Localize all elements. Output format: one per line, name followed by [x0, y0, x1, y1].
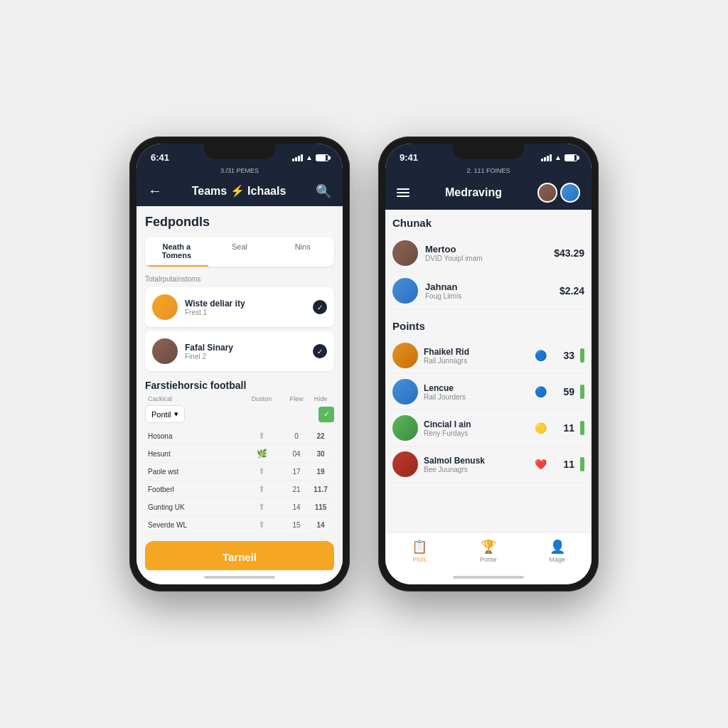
- member-info-2: Fafal Sinary Finel 2: [185, 343, 306, 360]
- subtitle-bar-right: 2. 111 FOINES: [385, 167, 592, 177]
- signal-icon: [292, 154, 303, 161]
- points-sub-0: Rail Junnagrs: [424, 357, 526, 365]
- hamburger-icon[interactable]: [397, 188, 410, 197]
- sort-icon-0[interactable]: ⬆: [240, 431, 283, 441]
- subtitle-bar-left: 3./31 PEMES: [136, 167, 343, 177]
- person-row-0: Mertoo DVID Youipl imam $43.29: [392, 235, 584, 272]
- nav-item-polls[interactable]: 📋 Plols: [412, 539, 427, 563]
- points-row-0: Fhaikel Rid Rail Junnagrs 🔵 33: [392, 338, 584, 374]
- person-sub-0: DVID Youipl imam: [425, 255, 547, 262]
- sort-icon-4[interactable]: ⬆: [240, 502, 283, 512]
- member-name-1: Wiste deliar ity: [185, 299, 306, 309]
- bottom-nav: 📋 Plols 🏆 Ponte 👤 Mage: [385, 532, 592, 570]
- notch-right: [453, 144, 524, 159]
- points-avatar-1: [392, 379, 418, 405]
- polls-label: Plols: [412, 556, 427, 563]
- dropdown-label: Pontil: [151, 410, 171, 419]
- stat-val1-0: 0: [286, 432, 307, 440]
- stat-row-2: Paole wst ⬆ 17 19: [145, 463, 334, 481]
- status-icons-left: ▲: [292, 154, 328, 161]
- sport-icon-1: 🔵: [532, 383, 549, 400]
- person-info-0: Mertoo DVID Youipl imam: [425, 244, 547, 262]
- points-name-0: Fhaikel Rid: [424, 347, 526, 357]
- dropdown-row: Pontil ▾ ✓: [145, 405, 334, 423]
- stat-name-5: Severde WL: [148, 521, 237, 529]
- stat-row-5: Severde WL ⬆ 15 14: [145, 516, 334, 534]
- tab-nins[interactable]: Nins: [271, 237, 334, 267]
- search-icon[interactable]: 🔍: [316, 183, 331, 199]
- nav-item-ponte[interactable]: 🏆 Ponte: [480, 539, 497, 563]
- section1-title: Chunak: [392, 217, 584, 229]
- points-avatar-3: [392, 451, 418, 477]
- sort-icon-3[interactable]: ⬆: [240, 484, 283, 494]
- person-amount-0: $43.29: [554, 247, 584, 259]
- battery-icon-right: [564, 154, 577, 161]
- stat-name-4: Gunting UK: [148, 503, 237, 511]
- nav-header-right: Medraving: [385, 177, 592, 210]
- mage-icon: 👤: [550, 539, 565, 555]
- stat-name-3: Footberl: [148, 486, 237, 493]
- wifi-icon-right: ▲: [555, 154, 562, 161]
- nav-item-mage[interactable]: 👤 Mage: [549, 539, 565, 563]
- stat-val1-2: 17: [286, 468, 307, 476]
- points-avatar-0: [392, 343, 418, 368]
- points-num-1: 59: [555, 386, 574, 397]
- member-card-2: Fafal Sinary Finel 2 ✓: [145, 331, 334, 371]
- stat-row-1: Hesunt 🌿 04 30: [145, 445, 334, 463]
- person-name-0: Mertoo: [425, 244, 547, 255]
- person-name-1: Jahnan: [425, 282, 552, 292]
- member-name-2: Fafal Sinary: [185, 343, 306, 353]
- sort-icon-2[interactable]: ⬆: [240, 466, 283, 476]
- stat-name-1: Hesunt: [148, 450, 237, 458]
- stat-val2-1: 30: [310, 450, 331, 458]
- member-info-1: Wiste deliar ity Frest 1: [185, 299, 306, 316]
- stat-row-3: Footberl ⬆ 21 11.7: [145, 481, 334, 498]
- home-indicator-left: [136, 570, 343, 584]
- points-row-1: Lencue Rail Jourders 🔵 59: [392, 374, 584, 410]
- nav-avatar-2: [560, 183, 580, 203]
- time-left: 6:41: [151, 152, 169, 163]
- action-button[interactable]: Tarneil: [145, 541, 334, 570]
- nav-header-left: ← Teams ⚡ Ichaals 🔍: [136, 177, 343, 206]
- points-name-1: Lencue: [424, 383, 526, 393]
- section2-title: Points: [392, 320, 584, 332]
- dropdown-select[interactable]: Pontil ▾: [145, 405, 185, 423]
- notch-left: [204, 144, 275, 159]
- stat-val1-3: 21: [286, 486, 307, 493]
- home-indicator-right: [385, 570, 592, 584]
- points-info-3: Salmol Benusk Bee Juunagrs: [424, 456, 526, 473]
- points-row-2: Cincial I ain Reny Furdays 🟡 11: [392, 410, 584, 446]
- stat-val1-5: 15: [286, 521, 307, 529]
- polls-icon: 📋: [412, 539, 427, 555]
- points-info-2: Cincial I ain Reny Furdays: [424, 419, 526, 437]
- green-bar-1: [580, 385, 584, 399]
- stat-val2-0: 22: [310, 432, 331, 440]
- mage-label: Mage: [549, 556, 565, 563]
- tab-seal[interactable]: Seal: [208, 237, 272, 267]
- sort-icon-1[interactable]: 🌿: [240, 449, 283, 459]
- status-icons-right: ▲: [541, 154, 577, 161]
- header-title-left: Teams ⚡ Ichaals: [192, 184, 287, 198]
- check-icon-2: ✓: [313, 344, 327, 358]
- nav-avatar-1: [537, 183, 557, 203]
- sort-icon-5[interactable]: ⬆: [240, 520, 283, 530]
- subsection-label: Totalrputainstoms: [145, 275, 334, 283]
- back-button[interactable]: ←: [148, 183, 162, 199]
- tab-neath[interactable]: Neath a Tomens: [145, 237, 208, 267]
- stat-val2-3: 11.7: [310, 486, 331, 493]
- stat-row-0: Hosona ⬆ 0 22: [145, 427, 334, 445]
- points-section: Points Fhaikel Rid Rail Junnagrs 🔵 33: [392, 320, 584, 483]
- person-row-1: Jahnan Foug Liimis $2.24: [392, 272, 584, 310]
- green-check-button[interactable]: ✓: [318, 407, 334, 422]
- screen-content-right: Chunak Mertoo DVID Youipl imam $43.29 Ja…: [385, 210, 592, 532]
- signal-icon-right: [541, 154, 552, 161]
- col-header-1: Cackical: [148, 395, 237, 402]
- stats-section: Farstiehorsic football Cackical Duston F…: [145, 380, 334, 534]
- left-phone: 6:41 ▲ 3./31 PEMES ←: [129, 136, 350, 592]
- points-num-2: 11: [555, 422, 574, 434]
- green-bar-3: [580, 457, 584, 471]
- points-name-3: Salmol Benusk: [424, 456, 526, 466]
- stat-name-0: Hosona: [148, 432, 237, 440]
- green-bar-0: [580, 348, 584, 363]
- green-bar-2: [580, 421, 584, 435]
